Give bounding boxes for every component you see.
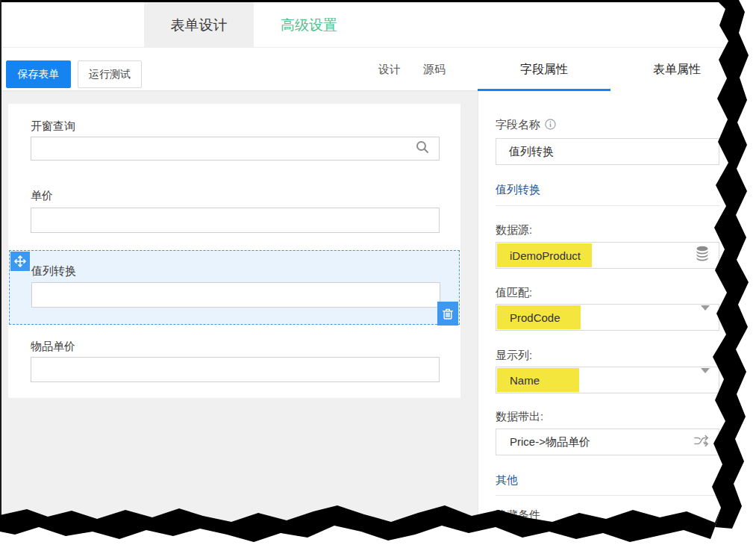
tab-form-design[interactable]: 表单设计 [144,2,254,48]
toolbar: 保存表单 运行测试 设计 源码 字段属性 表单属性 [1,48,756,91]
field-name-label: 字段名称 [496,118,556,132]
save-form-button[interactable]: 保存表单 [6,60,71,88]
value-match-select[interactable]: ProdCode [496,304,719,331]
tab-source-view[interactable]: 源码 [423,63,446,77]
display-column-select[interactable]: Name [496,367,719,393]
tab-form-properties[interactable]: 表单属性 [610,48,743,91]
datasource-label: 数据源: [496,223,532,237]
selected-field-block[interactable]: 值列转换 [9,250,460,325]
other-section-link[interactable]: 其他 [496,473,518,488]
item-unit-price-input[interactable] [31,357,440,382]
move-handle-icon[interactable] [10,252,30,271]
screenshot-left-border [0,0,1,524]
search-icon[interactable] [415,140,430,158]
tab-advanced-settings[interactable]: 高级设置 [267,2,351,48]
display-column-value: Name [510,374,540,387]
shuffle-icon[interactable] [693,434,710,450]
caret-down-icon[interactable] [701,311,710,324]
divider [496,495,719,496]
unit-price-input[interactable] [31,208,440,233]
value-match-label: 值匹配: [496,286,532,300]
datasource-input[interactable]: iDemoProduct [496,242,719,269]
caret-down-icon[interactable] [701,373,710,387]
screenshot-top-border [0,0,720,2]
field-label-value-convert: 值列转换 [31,264,76,278]
run-test-button[interactable]: 运行测试 [78,60,142,88]
database-icon[interactable] [695,246,710,265]
app-window: 表单设计 高级设置 保存表单 运行测试 设计 源码 字段属性 表单属性 开窗查询 [0,0,756,545]
top-header: 表单设计 高级设置 [1,2,756,48]
field-properties-panel: 字段名称 值列转换 数据源: iDemoProduct [478,91,756,545]
property-panel-tabs: 字段属性 表单属性 [478,48,743,91]
field-label-item-unit-price: 物品单价 [31,340,75,354]
data-bring-value: Price->物品单价 [510,435,590,449]
window-query-input[interactable] [31,137,440,161]
field-label-window-query: 开窗查询 [31,119,75,134]
field-label-unit-price: 单价 [31,189,53,203]
view-mode-tabs: 设计 源码 [378,48,446,91]
tab-design-view[interactable]: 设计 [378,63,401,77]
field-name-input[interactable] [496,138,719,165]
hidden-condition-label: 隐藏条件 [496,508,540,523]
tab-field-properties[interactable]: 字段属性 [478,48,610,91]
value-match-value: ProdCode [510,311,560,324]
datasource-value: iDemoProduct [510,249,581,262]
data-bring-label: 数据带出: [496,410,543,424]
divider [496,205,719,206]
data-bring-input[interactable]: Price->物品单价 [496,429,719,455]
form-canvas: 开窗查询 单价 值列转换 [1,91,478,545]
display-column-label: 显示列: [496,349,532,363]
field-name-label-text: 字段名称 [496,118,540,132]
delete-field-button[interactable] [437,302,458,326]
value-convert-input[interactable] [31,282,440,308]
info-icon[interactable] [545,119,556,132]
form-card: 开窗查询 单价 值列转换 [8,104,460,398]
main-body: 开窗查询 单价 值列转换 [1,91,756,545]
field-section-link[interactable]: 值列转换 [496,183,540,197]
